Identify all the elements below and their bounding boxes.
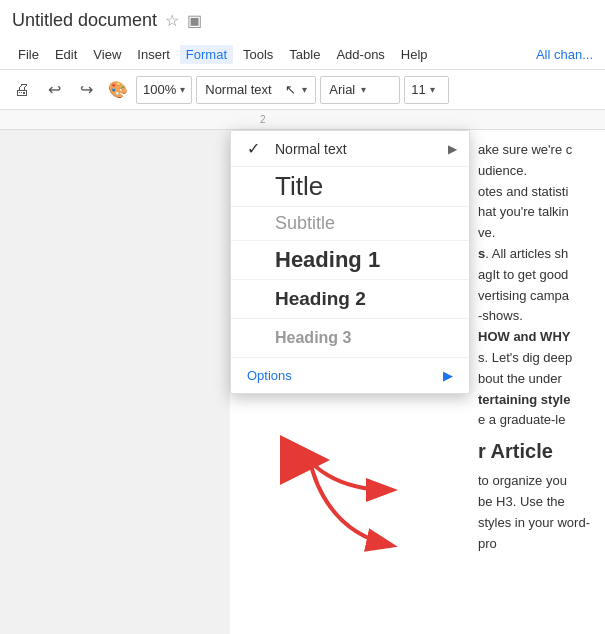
dropdown-arrow-icon: ▶ — [448, 142, 457, 156]
folder-icon[interactable]: ▣ — [187, 11, 202, 30]
font-chevron-icon: ▾ — [361, 84, 366, 95]
check-icon: ✓ — [247, 139, 267, 158]
zoom-value: 100% — [143, 82, 176, 97]
doc-line: udience. — [478, 161, 597, 182]
doc-line: to organize you — [478, 471, 597, 492]
font-size-dropdown[interactable]: 11 ▾ — [404, 76, 449, 104]
menu-help[interactable]: Help — [395, 45, 434, 64]
dropdown-item-h2[interactable]: Heading 2 — [231, 280, 469, 319]
doc-line: s. Let's dig deep — [478, 348, 597, 369]
style-dropdown[interactable]: Normal text ↖ ▾ — [196, 76, 316, 104]
doc-line: r Article — [478, 435, 597, 467]
doc-line: otes and statisti — [478, 182, 597, 203]
doc-line: ake sure we're c — [478, 140, 597, 161]
paint-format-icon[interactable]: 🎨 — [104, 76, 132, 104]
toolbar: 🖨 ↩ ↪ 🎨 100% ▾ Normal text ↖ ▾ Arial ▾ 1… — [0, 70, 605, 110]
print-icon[interactable]: 🖨 — [8, 76, 36, 104]
menu-file[interactable]: File — [12, 45, 45, 64]
menu-edit[interactable]: Edit — [49, 45, 83, 64]
star-icon[interactable]: ☆ — [165, 11, 179, 30]
zoom-dropdown[interactable]: 100% ▾ — [136, 76, 192, 104]
menu-tools[interactable]: Tools — [237, 45, 279, 64]
menu-format[interactable]: Format — [180, 45, 233, 64]
document-content: ake sure we're c udience. otes and stati… — [470, 130, 605, 634]
doc-line: tertaining style — [478, 390, 597, 411]
doc-line: be H3. Use the styles in your word-pro — [478, 492, 597, 554]
left-margin — [0, 130, 230, 634]
dropdown-item-h1[interactable]: Heading 1 — [231, 241, 469, 280]
style-dropdown-menu: ✓ Normal text ▶ Title Subtitle Heading 1… — [230, 130, 470, 394]
doc-line: s. All articles sh — [478, 244, 597, 265]
doc-line: agIt to get good — [478, 265, 597, 286]
menu-table[interactable]: Table — [283, 45, 326, 64]
zoom-chevron-icon: ▾ — [180, 84, 185, 95]
options-arrow-icon: ▶ — [443, 368, 453, 383]
ruler: 2 — [0, 110, 605, 130]
dropdown-normal-label: Normal text — [275, 141, 347, 157]
doc-line: ve. — [478, 223, 597, 244]
dropdown-item-h3[interactable]: Heading 3 — [231, 319, 469, 358]
menu-bar: File Edit View Insert Format Tools Table… — [0, 40, 605, 70]
menu-insert[interactable]: Insert — [131, 45, 176, 64]
style-chevron-icon: ▾ — [302, 84, 307, 95]
ruler-mark: 2 — [260, 114, 266, 125]
main-area: ake sure we're c udience. otes and stati… — [0, 130, 605, 634]
doc-line: bout the under — [478, 369, 597, 390]
cursor-icon: ↖ — [285, 82, 296, 97]
undo-icon[interactable]: ↩ — [40, 76, 68, 104]
font-value: Arial — [329, 82, 355, 97]
dropdown-item-subtitle[interactable]: Subtitle — [231, 207, 469, 241]
options-label: Options — [247, 368, 292, 383]
dropdown-item-normal[interactable]: ✓ Normal text ▶ — [231, 131, 469, 167]
all-changes-status[interactable]: All chan... — [536, 47, 593, 62]
menu-view[interactable]: View — [87, 45, 127, 64]
doc-line: -shows. — [478, 306, 597, 327]
doc-line: hat you're talkin — [478, 202, 597, 223]
doc-line: e a graduate-le — [478, 410, 597, 431]
doc-line: vertising campa — [478, 286, 597, 307]
doc-line: HOW and WHY — [478, 327, 597, 348]
font-size-value: 11 — [411, 82, 425, 97]
size-chevron-icon: ▾ — [430, 84, 435, 95]
document-title[interactable]: Untitled document — [12, 10, 157, 31]
redo-icon[interactable]: ↪ — [72, 76, 100, 104]
style-value: Normal text — [205, 82, 271, 97]
menu-addons[interactable]: Add-ons — [330, 45, 390, 64]
dropdown-item-title[interactable]: Title — [231, 167, 469, 207]
title-bar: Untitled document ☆ ▣ — [0, 0, 605, 40]
font-dropdown[interactable]: Arial ▾ — [320, 76, 400, 104]
dropdown-item-options[interactable]: Options ▶ — [231, 358, 469, 393]
